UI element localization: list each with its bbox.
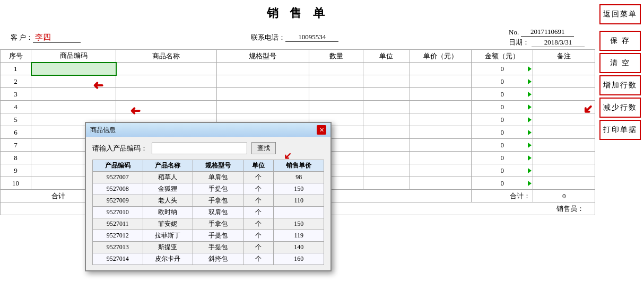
dialog-list-item[interactable]: 9527009 老人头 手拿包 个 110 — [93, 195, 324, 207]
col-header-spec: 规格型号 — [216, 50, 309, 63]
dialog-table: 产品编码 产品名称 规格型号 单位 销售单价 9527007 稻草人 单肩包 个… — [92, 160, 324, 265]
dialog-col-code: 产品编码 — [93, 160, 143, 172]
add-row-button[interactable]: 增加行数 — [599, 75, 641, 95]
col-header-amount: 金额（元） — [472, 50, 533, 63]
customer-label: 客 户： — [11, 33, 33, 42]
date-value: 2018/3/31 — [532, 38, 585, 47]
dialog-search-button[interactable]: 查找 — [251, 142, 276, 154]
clear-button[interactable]: 清 空 — [599, 53, 641, 73]
back-button[interactable]: 返回菜单 — [599, 4, 641, 24]
col-header-note: 备注 — [533, 50, 595, 63]
col-header-code: 商品编码 — [31, 50, 116, 63]
phone-value: 10095534 — [285, 33, 338, 42]
dialog-col-price: 销售单价 — [274, 160, 324, 172]
dialog-col-spec: 规格型号 — [193, 160, 243, 172]
product-dialog: 商品信息 ✕ 请输入产品编码： 查找 ➜ 产品编码 产品名称 规格型号 单位 销… — [85, 122, 332, 271]
dialog-list-item[interactable]: 9527011 菲安妮 手拿包 个 150 — [93, 218, 324, 230]
table-row[interactable]: 3 0 — [1, 88, 595, 101]
dialog-close-button[interactable]: ✕ — [317, 125, 326, 135]
dialog-list-item[interactable]: 9527007 稻草人 单肩包 个 98 — [93, 172, 324, 183]
dialog-col-unit: 单位 — [243, 160, 273, 172]
col-header-qty: 数量 — [309, 50, 363, 63]
footer-total-label: 合计： — [472, 190, 533, 202]
footer-total-value: 0 — [533, 190, 595, 202]
col-header-name: 商品名称 — [116, 50, 216, 63]
dialog-list-item[interactable]: 9527010 欧时纳 双肩包 个 — [93, 207, 324, 218]
no-label: No. — [509, 28, 519, 37]
dialog-col-name: 产品名称 — [143, 160, 193, 172]
table-row[interactable]: 4 0 — [1, 101, 595, 113]
date-label: 日期： — [509, 38, 529, 47]
dialog-search-input[interactable] — [152, 143, 247, 154]
col-header-seq: 序号 — [1, 50, 31, 63]
dialog-list-item[interactable]: 9527014 皮尔卡丹 斜挎包 个 160 — [93, 253, 324, 265]
dialog-titlebar: 商品信息 ✕ — [86, 123, 330, 137]
save-button[interactable]: 保 存 — [599, 31, 641, 51]
table-row[interactable]: 2 0 — [1, 75, 595, 88]
dialog-list-item[interactable]: 9527008 金狐狸 手提包 个 150 — [93, 183, 324, 195]
remove-row-button[interactable]: 减少行数 — [599, 98, 641, 118]
right-panel: 返回菜单 保 存 清 空 增加行数 减少行数 打印单据 — [596, 0, 644, 144]
dialog-title: 商品信息 — [90, 126, 116, 135]
no-value: 2017110691 — [521, 28, 574, 37]
dialog-list-item[interactable]: 9527013 斯提亚 手提包 个 140 — [93, 242, 324, 253]
customer-value: 李四 — [33, 32, 81, 43]
page-title: 销 售 单 — [0, 0, 595, 24]
col-header-unit: 单位 — [363, 50, 410, 63]
table-row[interactable]: 1 0 — [1, 63, 595, 75]
col-header-price: 单价（元） — [410, 50, 471, 63]
dialog-search-label: 请输入产品编码： — [92, 144, 147, 153]
phone-label: 联系电话： — [251, 33, 285, 42]
dialog-list-item[interactable]: 9527012 拉菲斯丁 手提包 个 119 — [93, 230, 324, 242]
print-button[interactable]: 打印单据 — [599, 120, 641, 140]
